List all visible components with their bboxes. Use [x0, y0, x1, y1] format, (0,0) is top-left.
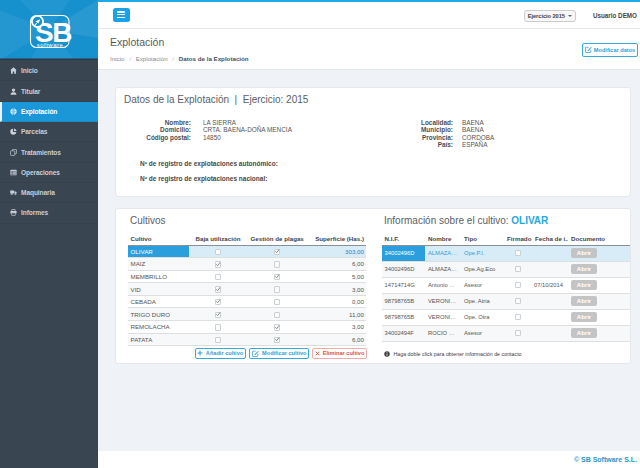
svg-text:software: software: [37, 42, 64, 48]
